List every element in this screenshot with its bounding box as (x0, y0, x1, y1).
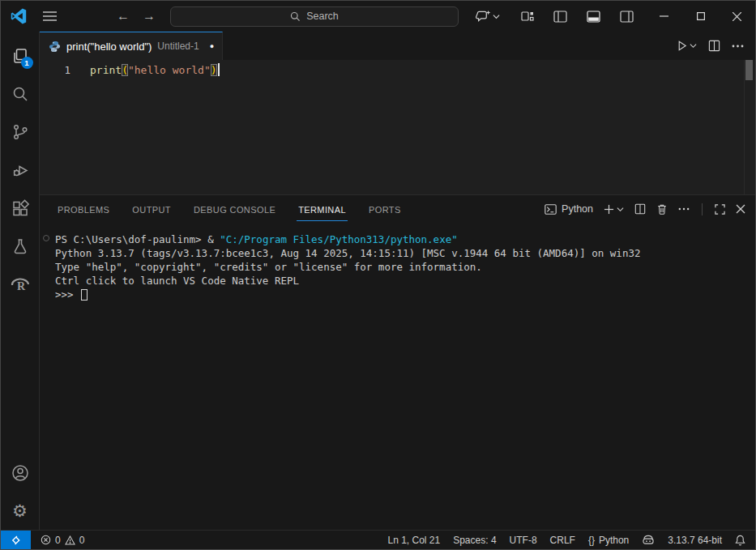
activity-extensions-button[interactable] (1, 189, 40, 227)
sidebar-right-icon (620, 11, 634, 23)
new-terminal-button[interactable] (604, 204, 624, 215)
problems-status-button[interactable]: 0 0 (34, 535, 91, 546)
code-token-string: "hello world" (128, 64, 211, 76)
tab-modified-dot-icon[interactable]: ● (210, 42, 214, 50)
eol-button[interactable]: CRLF (544, 535, 582, 546)
navigate-forward-icon[interactable]: → (143, 9, 156, 23)
terminal-icon (545, 204, 557, 215)
vscode-logo-icon (11, 8, 27, 24)
split-editor-button[interactable] (708, 40, 720, 52)
activity-source-control-button[interactable] (1, 113, 40, 151)
search-placeholder: Search (306, 11, 339, 22)
activity-search-button[interactable] (1, 75, 40, 113)
copilot-status-button[interactable] (635, 535, 661, 545)
accounts-button[interactable] (1, 454, 40, 492)
warning-triangle-icon (65, 535, 75, 545)
bottom-panel: PROBLEMS OUTPUT DEBUG CONSOLE TERMINAL P… (40, 194, 755, 530)
code-editor[interactable]: 1 print("hello world") (40, 60, 755, 194)
terminal-command-text: "C:/Program Files/Python313/python.exe" (220, 233, 458, 245)
explorer-badge: 1 (21, 57, 33, 69)
split-editor-icon (708, 40, 720, 52)
svg-text:R: R (17, 280, 26, 292)
close-icon (736, 204, 745, 214)
language-mode-button[interactable]: {} Python (582, 535, 635, 546)
ellipsis-icon (678, 207, 690, 211)
terminal-repl-prompt-line: >>> (55, 288, 755, 301)
copilot-chat-button[interactable] (472, 6, 504, 27)
copilot-chat-icon (476, 10, 491, 23)
activity-testing-button[interactable] (1, 227, 40, 265)
search-icon (290, 11, 301, 22)
toggle-secondary-sidebar-button[interactable] (616, 7, 638, 26)
chevron-down-icon (690, 43, 697, 49)
close-panel-button[interactable] (736, 204, 745, 214)
terminal-profile-label: Python (562, 203, 593, 215)
command-decoration-icon[interactable] (43, 235, 49, 241)
terminal-line: Python 3.13.7 (tags/v3.13.7:bcee1c3, Aug… (55, 246, 755, 260)
kill-terminal-button[interactable] (656, 203, 668, 215)
editor-scrollbar[interactable] (744, 60, 755, 194)
run-icon (676, 40, 688, 52)
sidebar-left-icon (553, 11, 567, 23)
python-interpreter-button[interactable]: 3.13.7 64-bit (661, 535, 728, 546)
terminal-line: PS C:\Users\dof-paulinm> & "C:/Program F… (55, 232, 755, 246)
braces-icon: {} (588, 535, 595, 546)
indentation-button[interactable]: Spaces: 4 (446, 535, 502, 546)
scrollbar-thumb[interactable] (745, 60, 753, 80)
extensions-icon (11, 198, 30, 218)
maximize-panel-icon (715, 204, 725, 215)
panel-header: PROBLEMS OUTPUT DEBUG CONSOLE TERMINAL P… (40, 195, 755, 223)
status-bar: 0 0 Ln 1, Col 21 Spaces: 4 UTF-8 CRLF {}… (1, 530, 755, 549)
window-close-button[interactable] (719, 1, 755, 32)
split-terminal-button[interactable] (634, 203, 646, 215)
encoding-button[interactable]: UTF-8 (503, 535, 544, 546)
settings-gear-button[interactable]: ⚙ (1, 492, 40, 530)
remote-indicator-button[interactable] (1, 531, 31, 549)
testing-beaker-icon (11, 237, 30, 256)
window-maximize-button[interactable] (682, 1, 719, 32)
panel-more-actions-button[interactable] (678, 207, 690, 211)
activity-run-debug-button[interactable] (1, 151, 40, 189)
bell-icon (735, 535, 745, 546)
command-center-search[interactable]: Search (170, 6, 459, 27)
maximize-panel-button[interactable] (715, 204, 725, 215)
vscode-window: ← → Search (0, 0, 756, 550)
panel-tab-terminal[interactable]: TERMINAL (297, 198, 348, 221)
panel-tab-ports[interactable]: PORTS (367, 198, 403, 221)
toggle-panel-button[interactable] (583, 7, 604, 26)
run-python-file-button[interactable] (676, 40, 697, 52)
editor-more-actions-button[interactable] (732, 45, 744, 48)
language-label: Python (599, 535, 629, 546)
terminal-line: Ctrl click to launch VS Code Native REPL (55, 274, 755, 288)
title-bar: ← → Search (1, 1, 755, 32)
python-file-icon (49, 41, 61, 53)
copilot-status-icon (642, 535, 655, 545)
panel-tab-debug-console[interactable]: DEBUG CONSOLE (192, 198, 277, 221)
notifications-bell-button[interactable] (728, 535, 752, 546)
customize-layout-icon (521, 10, 534, 23)
code-line-1[interactable]: 1 print("hello world") (40, 62, 755, 78)
divider (702, 203, 703, 215)
plus-icon (604, 204, 614, 215)
panel-tab-output[interactable]: OUTPUT (130, 198, 173, 221)
r-language-icon: R (10, 275, 31, 294)
customize-layout-button[interactable] (517, 6, 538, 26)
editor-tab-untitled-1[interactable]: print("hello world") Untitled-1 ● (40, 32, 223, 60)
code-token-close-paren: ) (211, 64, 217, 76)
minimize-icon (660, 15, 668, 17)
panel-tab-problems[interactable]: PROBLEMS (56, 198, 111, 221)
window-minimize-button[interactable] (646, 1, 682, 32)
search-icon (11, 84, 30, 104)
source-control-icon (11, 122, 30, 142)
toggle-primary-sidebar-button[interactable] (549, 7, 571, 26)
activity-explorer-button[interactable]: 1 (1, 36, 40, 75)
cursor-position-button[interactable]: Ln 1, Col 21 (381, 535, 446, 546)
trash-icon (656, 203, 668, 215)
terminal-profile-item[interactable]: Python (545, 203, 593, 215)
navigate-back-icon[interactable]: ← (117, 9, 130, 23)
activity-r-extension-button[interactable]: R (1, 265, 40, 303)
line-number: 1 (40, 64, 90, 76)
terminal-output[interactable]: PS C:\Users\dof-paulinm> & "C:/Program F… (40, 223, 755, 530)
editor-cursor (218, 63, 220, 76)
menu-hamburger-icon[interactable] (38, 7, 62, 25)
